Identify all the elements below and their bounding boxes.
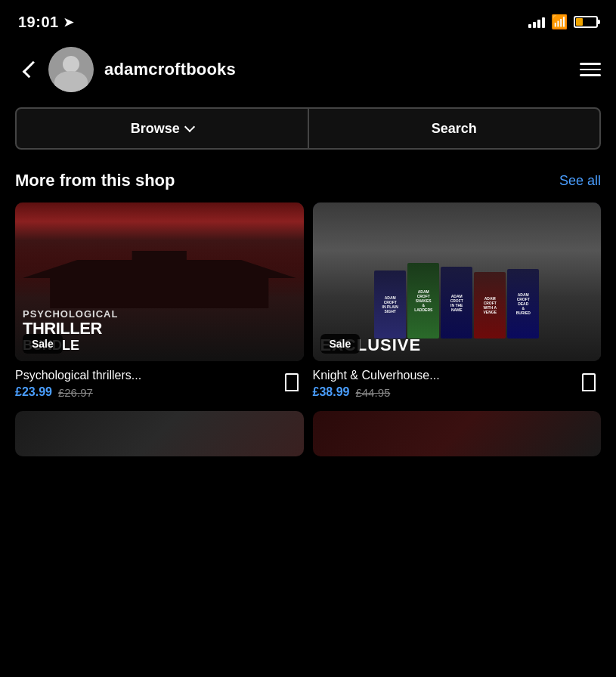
product-card-2[interactable]: ADAMCROFTIN PLAINSIGHT ADAMCROFTSNAKES&L… bbox=[313, 202, 602, 402]
browse-label: Browse bbox=[131, 121, 180, 137]
bottom-card-2[interactable] bbox=[313, 411, 602, 456]
signal-icon bbox=[528, 16, 545, 28]
menu-button[interactable] bbox=[574, 56, 601, 83]
nav-bar: adamcroftbooks bbox=[0, 41, 616, 104]
bottom-card-1[interactable] bbox=[15, 411, 304, 456]
price-current-1: £23.99 bbox=[15, 385, 52, 399]
hamburger-line-1 bbox=[580, 63, 601, 65]
search-button[interactable]: Search bbox=[308, 107, 602, 150]
bookmark-icon-1 bbox=[285, 373, 299, 391]
bottom-row bbox=[0, 402, 616, 456]
book-3: ADAMCROFTIN THENAME bbox=[441, 267, 472, 338]
product-image-2: ADAMCROFTIN PLAINSIGHT ADAMCROFTSNAKES&L… bbox=[313, 202, 602, 361]
back-button[interactable] bbox=[15, 56, 42, 83]
book-5: ADAMCROFTDEAD&BURIED bbox=[507, 269, 539, 338]
section-title: More from this shop bbox=[15, 171, 175, 190]
book-4: ADAMCROFTWITH AVENGE bbox=[474, 272, 506, 338]
books-display: ADAMCROFTIN PLAINSIGHT ADAMCROFTSNAKES&L… bbox=[317, 263, 598, 338]
avatar[interactable] bbox=[48, 47, 94, 92]
product-title-1: Psychological thrillers... bbox=[15, 369, 280, 382]
price-current-2: £38.99 bbox=[313, 385, 350, 399]
product-info-2: Knight & Culverhouse... £38.99 £44.95 bbox=[313, 361, 602, 402]
product-grid: PSYCHOLOGICAL THRILLER BUNDLE Sale Psych… bbox=[0, 202, 616, 402]
overlay-line2: THRILLER bbox=[23, 320, 296, 338]
exclusive-text: EXCLUSIVE bbox=[320, 335, 594, 355]
price-row-1: £23.99 £26.97 bbox=[15, 385, 280, 399]
section-header: More from this shop See all bbox=[0, 165, 616, 202]
overlay-line1: PSYCHOLOGICAL bbox=[23, 308, 296, 320]
overlay-line3: BUNDLE bbox=[23, 338, 296, 354]
bookmark-button-2[interactable] bbox=[577, 370, 601, 394]
product-image-1: PSYCHOLOGICAL THRILLER BUNDLE Sale bbox=[15, 202, 304, 361]
product-details-1: Psychological thrillers... £23.99 £26.97 bbox=[15, 369, 280, 399]
book-label-3: ADAMCROFTIN THENAME bbox=[449, 292, 465, 314]
book-label-4: ADAMCROFTWITH AVENGE bbox=[481, 295, 498, 316]
book-label-5: ADAMCROFTDEAD&BURIED bbox=[515, 291, 532, 317]
avatar-image bbox=[48, 47, 94, 92]
status-icons: 📶 bbox=[528, 14, 598, 30]
price-row-2: £38.99 £44.95 bbox=[313, 385, 577, 399]
product-overlay-1: PSYCHOLOGICAL THRILLER BUNDLE bbox=[23, 308, 296, 354]
bookmark-icon-2 bbox=[582, 373, 596, 391]
book-1: ADAMCROFTIN PLAINSIGHT bbox=[374, 270, 406, 338]
status-time: 19:01 ➤ bbox=[18, 14, 73, 31]
profile-section: adamcroftbooks bbox=[48, 47, 574, 92]
product-info-1: Psychological thrillers... £23.99 £26.97 bbox=[15, 361, 304, 402]
battery-fill bbox=[576, 18, 583, 26]
price-original-2: £44.95 bbox=[355, 386, 390, 399]
see-all-link[interactable]: See all bbox=[559, 173, 601, 189]
back-chevron-icon bbox=[23, 61, 40, 79]
browse-button[interactable]: Browse bbox=[15, 107, 308, 150]
sale-badge-1: Sale bbox=[23, 334, 63, 354]
action-buttons: Browse Search bbox=[15, 107, 601, 150]
battery-icon bbox=[574, 16, 598, 28]
wifi-icon: 📶 bbox=[551, 14, 568, 30]
house-silhouette bbox=[23, 248, 296, 308]
status-bar: 19:01 ➤ 📶 bbox=[0, 0, 616, 41]
product-card-1[interactable]: PSYCHOLOGICAL THRILLER BUNDLE Sale Psych… bbox=[15, 202, 304, 402]
bookmark-button-1[interactable] bbox=[280, 370, 304, 394]
time-display: 19:01 bbox=[18, 14, 59, 31]
book-label-2: ADAMCROFTSNAKES&LADDERS bbox=[413, 288, 434, 314]
hamburger-line-3 bbox=[580, 74, 601, 76]
search-label: Search bbox=[432, 121, 477, 137]
sale-badge-2: Sale bbox=[320, 334, 361, 354]
shop-name[interactable]: adamcroftbooks bbox=[104, 60, 236, 79]
price-original-1: £26.97 bbox=[58, 386, 93, 399]
chevron-down-icon bbox=[184, 122, 195, 132]
book-2: ADAMCROFTSNAKES&LADDERS bbox=[407, 263, 439, 338]
book-label-1: ADAMCROFTIN PLAINSIGHT bbox=[381, 294, 400, 315]
product-details-2: Knight & Culverhouse... £38.99 £44.95 bbox=[313, 369, 577, 399]
product-title-2: Knight & Culverhouse... bbox=[313, 369, 577, 382]
location-icon: ➤ bbox=[63, 15, 74, 29]
hamburger-line-2 bbox=[580, 69, 601, 71]
